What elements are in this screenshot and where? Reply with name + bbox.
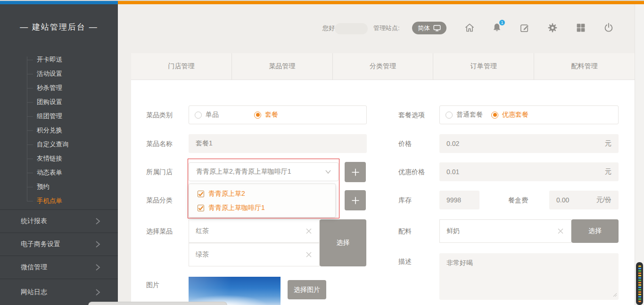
checkbox-checked-icon[interactable] xyxy=(198,205,204,211)
sidebar-item-mobile-order[interactable]: 手机点单 xyxy=(0,194,118,208)
radio-combo-dish-label: 套餐 xyxy=(265,111,278,119)
tree-tick xyxy=(27,173,33,173)
dish-category-label: 菜品分类 xyxy=(146,195,173,205)
topbar-orange xyxy=(118,1,644,4)
tab-store-management[interactable]: 门店管理 xyxy=(131,53,231,80)
radio-combo-dish[interactable] xyxy=(254,112,261,119)
dish-name-label: 菜品名称 xyxy=(146,139,173,148)
gear-icon[interactable] xyxy=(546,22,559,34)
tree-tick xyxy=(27,201,33,201)
greeting-text: 您好 xyxy=(322,24,335,32)
stock-label: 库存 xyxy=(398,195,412,205)
tree-tick xyxy=(27,187,33,187)
scrollbar-marker-dots xyxy=(638,265,641,302)
sidebar-group-ecommerce[interactable]: 电子商务设置 xyxy=(0,233,118,256)
tab-dish-management[interactable]: 菜品管理 xyxy=(231,53,332,80)
add-store-button[interactable] xyxy=(345,162,366,182)
discount-price-label: 优惠价格 xyxy=(398,167,425,177)
discount-price-input[interactable]: 0.01 元 xyxy=(439,162,619,181)
horizontal-scrollbar[interactable] xyxy=(88,302,227,305)
box-fee-input[interactable]: 0.00 元/份 xyxy=(549,191,619,209)
tree-tick xyxy=(27,88,33,88)
radio-normal-combo[interactable] xyxy=(446,112,453,119)
add-dish-category-button[interactable] xyxy=(345,190,366,210)
sidebar-item-points[interactable]: 积分兑换 xyxy=(0,123,118,137)
store-label: 所属门店 xyxy=(146,167,173,177)
sidebar-item-booking[interactable]: 预约 xyxy=(0,180,118,194)
checkbox-checked-icon[interactable] xyxy=(198,191,204,197)
sidebar-item-card-gift[interactable]: 开卡即送 xyxy=(0,53,118,67)
tree-tick xyxy=(27,116,33,117)
store-option-1[interactable]: 青青原上草2 xyxy=(189,187,335,201)
choose-dishes-button[interactable]: 选择 xyxy=(320,219,366,266)
price-input[interactable]: 0.02 元 xyxy=(439,134,619,153)
tree-tick xyxy=(27,144,33,145)
sidebar-item-groupbuy[interactable]: 团购设置 xyxy=(0,95,118,109)
dish-image-preview[interactable] xyxy=(189,277,281,305)
dish-item-name: 绿茶 xyxy=(196,250,209,259)
radio-single-dish[interactable] xyxy=(195,112,202,119)
tree-tick xyxy=(27,60,33,60)
chevron-down-icon xyxy=(324,168,332,176)
compose-icon[interactable] xyxy=(519,22,531,34)
chevron-right-icon xyxy=(94,217,101,225)
box-fee-label: 餐盒费 xyxy=(508,195,528,205)
discount-price-unit: 元 xyxy=(605,168,611,176)
remove-dish-icon[interactable] xyxy=(305,251,313,258)
choose-image-button[interactable]: 选择图片 xyxy=(288,280,326,299)
sidebar-group-site-log[interactable]: 网站日志 xyxy=(0,279,118,305)
language-switch-button[interactable]: 简体 xyxy=(412,22,446,34)
store-option-2[interactable]: 青青原上草咖啡厅1 xyxy=(189,201,335,215)
sidebar-item-custom-query[interactable]: 自定义查询 xyxy=(0,137,118,152)
dish-name-input[interactable]: 套餐1 xyxy=(189,134,367,153)
tree-tick xyxy=(27,159,33,159)
combo-option-group: 普通套餐 优惠套餐 xyxy=(439,105,619,124)
apps-grid-icon[interactable] xyxy=(575,22,587,34)
monitor-icon xyxy=(433,24,441,32)
sidebar-item-team[interactable]: 组团管理 xyxy=(0,109,118,123)
resize-handle-icon[interactable] xyxy=(612,291,617,298)
notification-badge: 1 xyxy=(498,19,506,26)
language-label: 简体 xyxy=(418,24,430,32)
sidebar: — 建站管理后台 — 开卡即送 活动设置 秒杀管理 团购设置 组团管理 积分兑换… xyxy=(0,4,118,305)
store-select[interactable]: 青青原上草2,青青原上草咖啡厅1 xyxy=(189,162,339,181)
stock-input[interactable]: 9998 xyxy=(439,191,479,209)
home-icon[interactable] xyxy=(463,22,476,34)
power-icon[interactable] xyxy=(603,22,615,34)
remove-ingredient-icon[interactable] xyxy=(557,227,564,235)
store-select-value: 青青原上草2,青青原上草咖啡厅1 xyxy=(196,168,291,176)
remove-dish-icon[interactable] xyxy=(305,227,313,235)
tab-category-management[interactable]: 分类管理 xyxy=(332,53,433,80)
sidebar-item-activity-settings[interactable]: 活动设置 xyxy=(0,67,118,81)
chevron-right-icon xyxy=(94,263,101,272)
choose-ingredient-button[interactable]: 选择 xyxy=(571,219,619,243)
vertical-scrollbar-track[interactable] xyxy=(635,4,644,305)
description-textarea[interactable]: 非常好喝 xyxy=(439,253,619,300)
topbar-blue xyxy=(0,1,118,4)
box-fee-unit: 元/份 xyxy=(596,196,611,204)
username-redacted xyxy=(335,23,368,34)
sidebar-item-dynamic-form[interactable]: 动态表单 xyxy=(0,166,118,180)
dish-type-label: 菜品类别 xyxy=(146,110,173,120)
tree-tick xyxy=(27,102,33,103)
radio-discount-combo-label: 优惠套餐 xyxy=(502,111,528,119)
price-unit: 元 xyxy=(605,139,611,148)
main-panel: 门店管理 菜品管理 分类管理 订单管理 配料管理 菜品类别 单品 套餐 菜品名称… xyxy=(131,53,635,305)
tree-tick xyxy=(27,74,33,74)
sidebar-item-seckill[interactable]: 秒杀管理 xyxy=(0,81,118,95)
ingredient-label: 配料 xyxy=(398,226,412,236)
vertical-scrollbar-thumb[interactable] xyxy=(636,262,643,305)
sidebar-title: — 建站管理后台 — xyxy=(0,22,118,32)
plus-icon xyxy=(351,196,360,205)
select-dishes-label: 选择菜品 xyxy=(146,226,173,236)
ingredient-row: 鲜奶 xyxy=(439,219,571,243)
price-label: 价格 xyxy=(398,139,412,148)
tab-order-management[interactable]: 订单管理 xyxy=(433,53,534,80)
dish-type-group: 单品 套餐 xyxy=(189,105,367,124)
radio-discount-combo[interactable] xyxy=(491,112,498,119)
sidebar-group-wechat[interactable]: 微信管理 xyxy=(0,256,118,279)
sidebar-item-links[interactable]: 友情链接 xyxy=(0,152,118,166)
tree-tick xyxy=(27,130,33,131)
tab-ingredient-management[interactable]: 配料管理 xyxy=(534,53,635,80)
sidebar-group-statistics[interactable]: 统计报表 xyxy=(0,209,118,233)
